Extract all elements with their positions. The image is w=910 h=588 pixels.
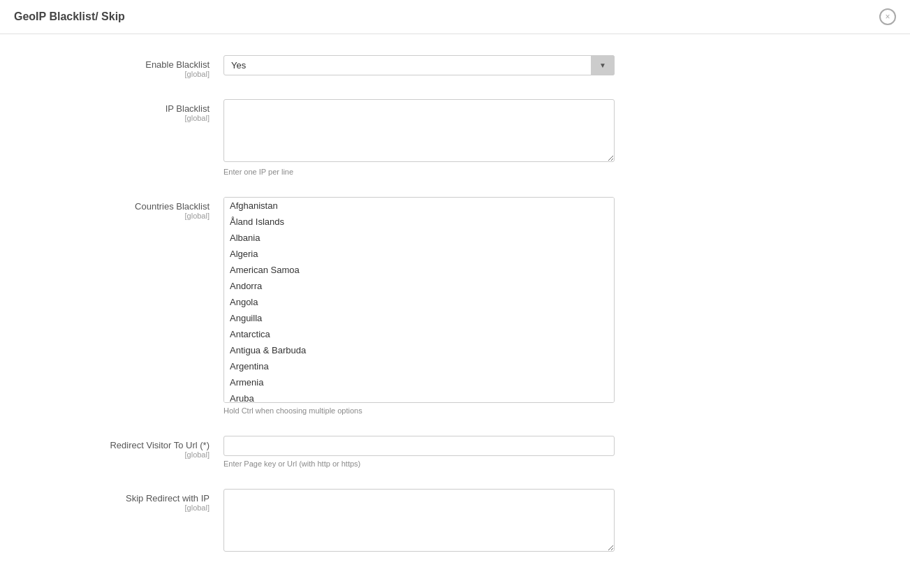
- ip-blacklist-row: IP Blacklist [global] Enter one IP per l…: [28, 99, 740, 176]
- redirect-url-input[interactable]: [223, 436, 615, 456]
- enable-blacklist-label-col: Enable Blacklist [global]: [28, 55, 223, 78]
- enable-blacklist-label: Enable Blacklist: [145, 59, 210, 70]
- ip-blacklist-label: IP Blacklist: [166, 103, 210, 114]
- enable-blacklist-select-wrapper: Yes No: [223, 55, 615, 75]
- enable-blacklist-row: Enable Blacklist [global] Yes No: [28, 55, 740, 78]
- redirect-url-label-col: Redirect Visitor To Url (*) [global]: [28, 436, 223, 459]
- form-container: Enable Blacklist [global] Yes No IP Blac…: [0, 34, 768, 588]
- countries-blacklist-control: Afghanistan Åland Islands Albania Algeri…: [223, 197, 740, 415]
- enable-blacklist-sub: [global]: [28, 70, 210, 78]
- page-title: GeoIP Blacklist/ Skip: [14, 10, 125, 23]
- skip-redirect-textarea[interactable]: [223, 489, 615, 552]
- redirect-url-control: Enter Page key or Url (with http or http…: [223, 436, 740, 468]
- skip-redirect-label: Skip Redirect with IP: [126, 493, 210, 504]
- skip-redirect-control: [223, 489, 740, 554]
- countries-blacklist-row: Countries Blacklist [global] Afghanistan…: [28, 197, 740, 415]
- skip-redirect-row: Skip Redirect with IP [global]: [28, 489, 740, 554]
- close-icon[interactable]: ×: [879, 8, 896, 25]
- ip-blacklist-control: Enter one IP per line: [223, 99, 740, 176]
- countries-blacklist-select[interactable]: Afghanistan Åland Islands Albania Algeri…: [223, 197, 615, 403]
- ip-blacklist-hint: Enter one IP per line: [223, 168, 740, 176]
- ip-blacklist-textarea[interactable]: [223, 99, 615, 162]
- enable-blacklist-control: Yes No: [223, 55, 740, 75]
- redirect-url-row: Redirect Visitor To Url (*) [global] Ent…: [28, 436, 740, 468]
- skip-redirect-label-col: Skip Redirect with IP [global]: [28, 489, 223, 512]
- countries-blacklist-hint: Hold Ctrl when choosing multiple options: [223, 406, 740, 415]
- redirect-url-sub: [global]: [28, 450, 210, 459]
- page-header: GeoIP Blacklist/ Skip ×: [0, 0, 910, 34]
- ip-blacklist-sub: [global]: [28, 114, 210, 122]
- skip-redirect-sub: [global]: [28, 504, 210, 512]
- enable-blacklist-select[interactable]: Yes No: [223, 55, 615, 75]
- countries-blacklist-label-col: Countries Blacklist [global]: [28, 197, 223, 220]
- redirect-url-label: Redirect Visitor To Url (*): [110, 440, 210, 450]
- countries-blacklist-label: Countries Blacklist: [135, 201, 210, 212]
- countries-blacklist-sub: [global]: [28, 212, 210, 220]
- ip-blacklist-label-col: IP Blacklist [global]: [28, 99, 223, 122]
- redirect-url-hint: Enter Page key or Url (with http or http…: [223, 460, 740, 468]
